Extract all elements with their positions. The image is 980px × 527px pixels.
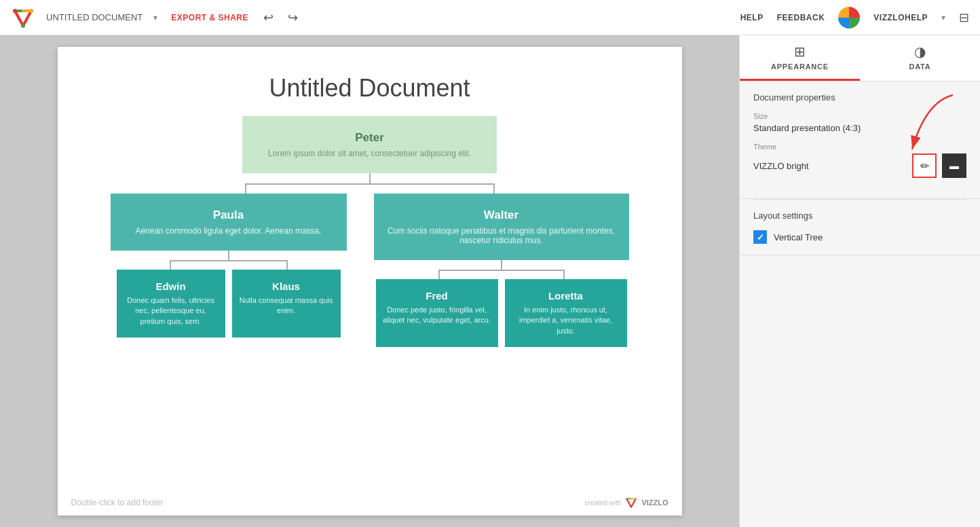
theme-dark-button[interactable]: ▬ xyxy=(942,153,966,178)
theme-edit-button[interactable]: ✏ xyxy=(912,153,937,178)
node-loretta[interactable]: Loretta In enim justo, rhoncus ut, imper… xyxy=(505,279,627,347)
paula-to-l2-connector xyxy=(111,251,347,270)
svg-point-1 xyxy=(13,9,17,13)
paula-branch: Paula Aenean commodo ligula eget dolor. … xyxy=(111,194,347,338)
tab-appearance[interactable]: ⊞ APPEARANCE xyxy=(740,35,860,81)
node-fred-desc: Donec pede justo, fringilla vel, aliquet… xyxy=(383,305,491,326)
size-value: Standard presentation (4:3) xyxy=(753,123,966,133)
node-paula-desc: Aenean commodo ligula eget dolor. Aenean… xyxy=(121,226,336,236)
tab-appearance-label: APPEARANCE xyxy=(771,62,829,71)
node-klaus-name: Klaus xyxy=(239,280,334,292)
panel-tabs: ⊞ APPEARANCE ◑ DATA xyxy=(740,35,980,81)
theme-row: VIZZLO bright ✏ ▬ xyxy=(753,153,966,178)
help-button[interactable]: HELP xyxy=(740,13,764,22)
dark-theme-icon: ▬ xyxy=(949,160,959,171)
app-logo[interactable] xyxy=(11,5,35,30)
walter-children: Fred Donec pede justo, fringilla vel, al… xyxy=(376,279,627,347)
document-title[interactable]: UNTITLED DOCUMENT xyxy=(46,12,143,22)
svg-point-2 xyxy=(29,9,33,13)
node-edwin[interactable]: Edwin Donec quam felis, ultricies nec, p… xyxy=(117,270,225,338)
export-share-button[interactable]: EXPORT & SHARE xyxy=(171,13,248,22)
org-chart: Peter Lorem ipsum dolor sit amet, consec… xyxy=(58,116,682,515)
layout-settings-section: Layout settings Vertical Tree xyxy=(740,200,980,255)
vertical-tree-row: Vertical Tree xyxy=(753,230,966,244)
panel-body: Document properties Size Standard presen… xyxy=(740,81,980,527)
redo-button[interactable]: ↪ xyxy=(284,8,303,27)
node-peter-name: Peter xyxy=(256,131,483,145)
node-walter-desc: Cum sociis natoque penatibus et magnis d… xyxy=(385,226,618,245)
footer-vizzlo-icon xyxy=(625,496,637,509)
user-avatar[interactable] xyxy=(838,7,860,29)
node-fred[interactable]: Fred Donec pede justo, fringilla vel, al… xyxy=(376,279,498,347)
edit-icon: ✏ xyxy=(920,160,929,172)
footer-created-with: created with xyxy=(584,499,621,507)
slide-footer: Double-click to add footer created with … xyxy=(58,490,682,515)
slide-title: Untitled Document xyxy=(58,74,682,103)
theme-label: Theme xyxy=(753,143,966,151)
node-edwin-name: Edwin xyxy=(124,280,219,292)
node-paula-name: Paula xyxy=(121,208,336,222)
window-icon[interactable]: ⊟ xyxy=(959,10,969,25)
size-property: Size Standard presentation (4:3) xyxy=(753,112,966,133)
undo-button[interactable]: ↩ xyxy=(259,8,278,27)
node-edwin-desc: Donec quam felis, ultricies nec, pellent… xyxy=(124,295,219,327)
paula-children: Edwin Donec quam felis, ultricies nec, p… xyxy=(117,270,341,338)
node-peter[interactable]: Peter Lorem ipsum dolor sit amet, consec… xyxy=(242,116,497,173)
document-properties-section: Document properties Size Standard presen… xyxy=(740,81,980,199)
data-icon: ◑ xyxy=(914,43,926,60)
canvas-area: Untitled Document Peter Lorem ipsum dolo… xyxy=(0,35,739,527)
node-fred-name: Fred xyxy=(383,290,491,302)
right-panel: ⊞ APPEARANCE ◑ DATA Document properties … xyxy=(739,35,980,527)
size-label: Size xyxy=(753,112,966,120)
node-loretta-name: Loretta xyxy=(512,290,620,302)
footer-vizzlo-brand: VIZZLO xyxy=(641,498,668,507)
node-walter-name: Walter xyxy=(385,208,618,222)
theme-value: VIZZLO bright xyxy=(753,161,809,171)
slide[interactable]: Untitled Document Peter Lorem ipsum dolo… xyxy=(58,47,682,515)
layout-settings-title: Layout settings xyxy=(753,211,966,221)
vertical-tree-checkbox[interactable] xyxy=(753,230,767,244)
vizzlo-footer-logo: created with VIZZLO xyxy=(584,496,668,509)
appearance-icon: ⊞ xyxy=(794,43,806,60)
footer-hint[interactable]: Double-click to add footer xyxy=(71,498,164,507)
node-klaus-desc: Nulla consequat massa quis enim. xyxy=(239,295,334,316)
node-klaus[interactable]: Klaus Nulla consequat massa quis enim. xyxy=(232,270,341,338)
node-peter-desc: Lorem ipsum dolor sit amet, consectetuer… xyxy=(256,149,483,158)
node-paula[interactable]: Paula Aenean commodo ligula eget dolor. … xyxy=(111,194,347,251)
theme-property: Theme VIZZLO bright ✏ ▬ xyxy=(753,143,966,178)
user-dropdown-chevron[interactable]: ▾ xyxy=(941,13,945,22)
node-walter[interactable]: Walter Cum sociis natoque penatibus et m… xyxy=(374,194,629,260)
root-to-level1-connector xyxy=(119,173,621,194)
tab-data-label: DATA xyxy=(909,62,930,71)
svg-point-3 xyxy=(21,24,25,28)
theme-actions: ✏ ▬ xyxy=(912,153,966,178)
top-navigation: UNTITLED DOCUMENT ▾ EXPORT & SHARE ↩ ↪ H… xyxy=(0,0,980,35)
walter-to-l2-connector xyxy=(374,260,629,279)
walter-branch: Walter Cum sociis natoque penatibus et m… xyxy=(374,194,629,347)
feedback-button[interactable]: FEEDBACK xyxy=(777,13,825,22)
node-loretta-desc: In enim justo, rhoncus ut, imperdiet a, … xyxy=(512,305,620,336)
document-dropdown[interactable]: ▾ xyxy=(153,13,157,22)
tab-data[interactable]: ◑ DATA xyxy=(860,35,980,81)
level1-area: Paula Aenean commodo ligula eget dolor. … xyxy=(111,194,629,347)
user-label[interactable]: VIZZLOHELP xyxy=(873,13,928,22)
doc-properties-title: Document properties xyxy=(753,92,966,103)
vertical-tree-label: Vertical Tree xyxy=(774,232,823,242)
